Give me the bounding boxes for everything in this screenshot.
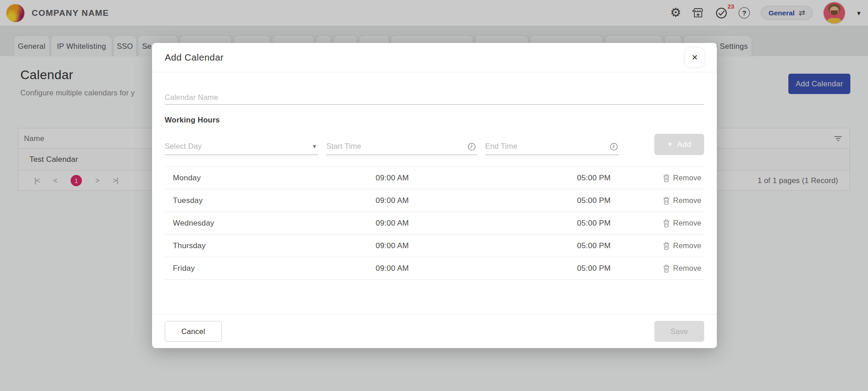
clock-icon (467, 142, 476, 151)
modal-title: Add Calendar (165, 52, 224, 63)
calendar-name-input[interactable] (165, 90, 704, 105)
end-time-cell: 05:00 PM (577, 241, 663, 250)
start-time-cell: 09:00 AM (376, 241, 577, 250)
modal-body: Working Hours Select Day ▼ (152, 90, 717, 280)
day-cell: Friday (165, 264, 376, 273)
remove-label: Remove (673, 196, 701, 205)
end-time-cell: 05:00 PM (577, 219, 663, 228)
modal-header: Add Calendar ✕ (152, 43, 717, 72)
start-time-cell: 09:00 AM (376, 174, 577, 183)
working-hours-row: Monday 09:00 AM 05:00 PM Remove (165, 167, 704, 189)
remove-button[interactable]: Remove (663, 241, 704, 250)
app: COMPANY NAME ⚙ 23 ? (0, 0, 868, 391)
working-hours-form: Select Day ▼ (165, 134, 704, 155)
select-day-dropdown[interactable]: Select Day ▼ (165, 134, 318, 155)
end-time-cell: 05:00 PM (577, 196, 663, 205)
start-time-field[interactable] (326, 134, 477, 155)
trash-icon (663, 264, 670, 273)
add-working-hours-button[interactable]: + Add (654, 134, 704, 155)
cancel-button[interactable]: Cancel (165, 321, 222, 342)
add-button-label: Add (677, 140, 691, 149)
remove-label: Remove (673, 219, 701, 227)
remove-button[interactable]: Remove (663, 219, 704, 227)
clock-icon (610, 142, 618, 151)
chevron-down-icon: ▼ (312, 143, 317, 150)
plus-icon: + (667, 139, 672, 150)
end-time-field[interactable] (485, 134, 619, 155)
end-time-input[interactable] (485, 142, 619, 151)
end-time-cell: 05:00 PM (577, 174, 663, 183)
trash-icon (663, 197, 670, 205)
close-icon: ✕ (692, 53, 698, 62)
day-cell: Tuesday (165, 196, 376, 205)
working-hours-row: Tuesday 09:00 AM 05:00 PM Remove (165, 189, 704, 212)
remove-button[interactable]: Remove (663, 174, 704, 182)
trash-icon (663, 242, 670, 250)
start-time-cell: 09:00 AM (376, 196, 577, 205)
working-hours-row: Friday 09:00 AM 05:00 PM Remove (165, 257, 704, 280)
working-hours-list: Monday 09:00 AM 05:00 PM Remove Tuesday … (165, 166, 704, 280)
working-hours-row: Wednesday 09:00 AM 05:00 PM Remove (165, 212, 704, 235)
start-time-cell: 09:00 AM (376, 219, 577, 228)
remove-button[interactable]: Remove (663, 196, 704, 205)
working-hours-label: Working Hours (165, 116, 704, 124)
remove-label: Remove (673, 264, 701, 273)
remove-label: Remove (673, 174, 701, 182)
trash-icon (663, 174, 670, 182)
remove-button[interactable]: Remove (663, 264, 704, 273)
select-day-placeholder: Select Day (165, 142, 202, 151)
modal-close-button[interactable]: ✕ (685, 48, 704, 67)
start-time-cell: 09:00 AM (376, 264, 577, 273)
working-hours-row: Thursday 09:00 AM 05:00 PM Remove (165, 235, 704, 257)
start-time-input[interactable] (326, 142, 477, 151)
add-calendar-modal: Add Calendar ✕ Working Hours Select Day … (152, 43, 717, 348)
day-cell: Monday (165, 174, 376, 183)
day-cell: Wednesday (165, 219, 376, 228)
end-time-cell: 05:00 PM (577, 264, 663, 273)
trash-icon (663, 219, 670, 227)
day-cell: Thursday (165, 241, 376, 250)
modal-footer: Cancel Save (152, 314, 717, 348)
remove-label: Remove (673, 241, 701, 250)
save-button[interactable]: Save (654, 321, 704, 342)
